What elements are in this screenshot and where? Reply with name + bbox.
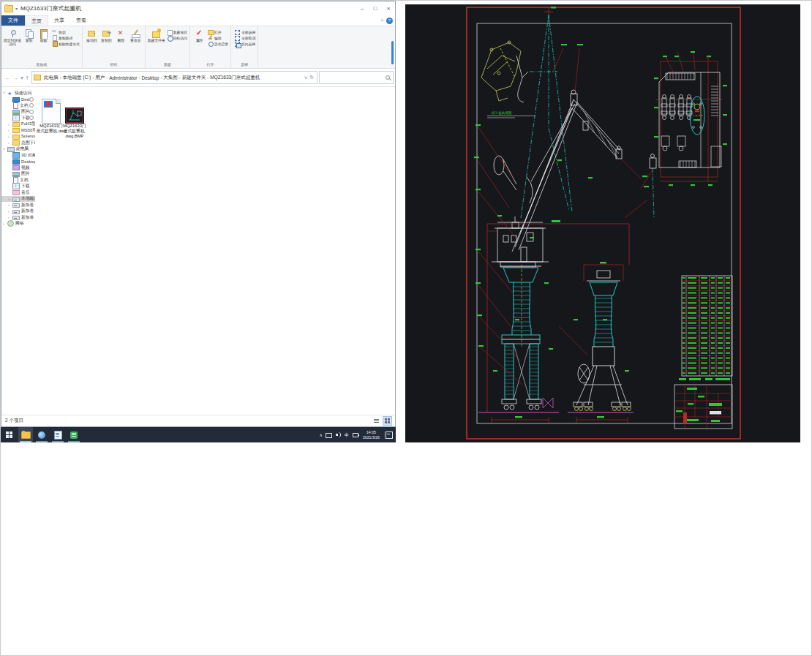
sidebar-section-此电脑[interactable]: ˅此电脑 xyxy=(1,146,35,153)
sidebar-item-Desktop[interactable]: ›Desktop xyxy=(1,159,35,165)
sidebar-item-新加卷 (D:)[interactable]: ›新加卷 (D:) xyxy=(1,202,35,208)
display-tray-icon[interactable] xyxy=(326,433,332,438)
ribbon-button-history[interactable]: 历史记录 xyxy=(208,41,228,46)
taskbar-app-browser[interactable] xyxy=(34,427,49,442)
file-MQZ1633门座式起重机.dwg.BMP[interactable]: MQZ1633门座式起重机.dwg.BMP xyxy=(63,91,86,139)
ribbon-group-label: 剪贴板 xyxy=(4,61,80,68)
drive-icon xyxy=(12,203,20,208)
ribbon-button-edit[interactable]: 编辑 xyxy=(208,35,228,40)
plan-view xyxy=(655,51,723,181)
search-box[interactable] xyxy=(319,71,394,84)
sidebar-item-下载[interactable]: ›下载 xyxy=(1,115,35,121)
action-center-button[interactable] xyxy=(384,431,394,439)
sidebar-section-网络[interactable]: ›网络 xyxy=(1,221,35,227)
drive-icon xyxy=(12,216,20,220)
ribbon-button-copy[interactable]: 复制 xyxy=(22,28,36,47)
ribbon: 固定到快速访问复制粘贴剪切复制路径粘贴快捷方式剪贴板移动到复制到删除重命名组织新… xyxy=(1,26,395,69)
front-view xyxy=(568,262,634,423)
sidebar-item-新加卷 (E:)[interactable]: ›新加卷 (E:) xyxy=(1,208,35,215)
ribbon-collapse-icon[interactable]: ^ xyxy=(381,18,383,23)
ribbon-scroll-indicator[interactable] xyxy=(391,41,394,64)
breadcrumb-segment[interactable]: Administrator xyxy=(108,75,138,80)
recent-dropdown-icon[interactable]: ▾ xyxy=(20,75,23,81)
dimension-leaders xyxy=(477,48,652,385)
ribbon-button-cut[interactable]: 剪切 xyxy=(52,29,80,34)
minimize-button[interactable]: – xyxy=(356,1,369,15)
cut-icon xyxy=(52,29,57,34)
ribbon-button-newfolder[interactable]: 新建文件夹 xyxy=(148,28,165,42)
taskbar-app-doc-app[interactable] xyxy=(50,427,65,442)
breadcrumb[interactable]: 此电脑›本地磁盘 (C:)›用户›Administrator›Desktop›大… xyxy=(31,71,317,84)
breadcrumb-segment[interactable]: MQZ1633门座式起重机 xyxy=(209,75,260,81)
tab-file[interactable]: 文件 xyxy=(1,15,25,26)
sidebar-item-图片[interactable]: ›图片 xyxy=(1,109,35,116)
newitem-icon xyxy=(167,29,172,34)
quick-access-toolbar[interactable]: ▾ xyxy=(15,6,18,11)
sidebar-section-快速访问[interactable]: ˅★快速访问 xyxy=(1,90,35,97)
pics-icon xyxy=(12,172,20,177)
ribbon-button-selinv[interactable]: 反向选择 xyxy=(235,41,255,46)
sidebar-item-总图下载[interactable]: ›总图下载 xyxy=(1,140,35,146)
ribbon-button-pin[interactable]: 固定到快速访问 xyxy=(4,28,21,47)
ribbon-button-open[interactable]: 打开 xyxy=(208,29,228,34)
delete-icon xyxy=(116,29,126,38)
maximize-button[interactable]: □ xyxy=(369,1,382,15)
ribbon-button-path[interactable]: 复制路径 xyxy=(52,35,80,40)
item-count: 2 个项目 xyxy=(1,418,372,424)
ribbon-button-move[interactable]: 移动到 xyxy=(85,28,99,42)
taskbar-clock[interactable]: 14:05 2021/3/26 xyxy=(361,430,381,440)
address-dropdown-icon[interactable]: ˅ xyxy=(304,75,307,80)
sidebar-item-文档[interactable]: ›文档 xyxy=(1,177,35,184)
start-button[interactable] xyxy=(1,427,17,442)
ribbon-button-selnone[interactable]: 全部取消 xyxy=(235,35,255,40)
tab-主页[interactable]: 主页 xyxy=(25,15,48,26)
breadcrumb-segment[interactable]: 本地磁盘 (C:) xyxy=(62,75,92,81)
battery-tray-icon[interactable] xyxy=(353,433,358,437)
hidden-icons-chevron[interactable]: ∧ xyxy=(320,432,323,437)
taskbar-app-notes-app[interactable] xyxy=(67,427,81,442)
ribbon-button-shortcut[interactable]: 粘贴快捷方式 xyxy=(52,41,80,46)
breadcrumb-segment[interactable]: 新建文件夹 xyxy=(181,75,207,81)
up-button[interactable]: ↑ xyxy=(26,75,29,81)
file-MQZ1633门座式起重机.dwg[interactable]: MQZ1633门座式起重机.dwg xyxy=(40,91,63,134)
breadcrumb-segment[interactable]: 大集图 xyxy=(162,75,178,81)
sidebar-item-文档[interactable]: ›文档 xyxy=(1,102,35,109)
sidebar-item-3D 对象[interactable]: ›3D 对象 xyxy=(1,152,35,159)
help-icon[interactable]: ? xyxy=(386,18,393,24)
breadcrumb-segment[interactable]: 用户 xyxy=(94,75,105,81)
sidebar-item-图片[interactable]: ›图片 xyxy=(1,171,35,178)
taskbar-app-file-explorer[interactable] xyxy=(18,427,33,442)
ribbon-button-access[interactable]: 轻松访问 xyxy=(167,35,187,40)
sidebar-item-Desktop[interactable]: ›Desktop xyxy=(1,97,35,103)
sidebar-item-MS50双梁式起重设计[interactable]: ›MS50双梁式起重设计 xyxy=(1,127,35,134)
search-input[interactable] xyxy=(320,75,385,80)
qat-customize-icon[interactable]: ▾ xyxy=(15,6,18,11)
ribbon-button-copyto[interactable]: 复制到 xyxy=(99,28,113,42)
sidebar-item-音乐[interactable]: ›音乐 xyxy=(1,189,35,196)
ime-indicator[interactable]: 中 xyxy=(344,432,350,437)
ribbon-button-newitem[interactable]: 新建项目 xyxy=(167,29,187,34)
sidebar-item-FuH3型轮式起重设计[interactable]: ›FuH3型轮式起重设计 xyxy=(1,121,35,128)
ribbon-button-props[interactable]: 属性 xyxy=(192,28,206,42)
sidebar-item-本地磁盘 (C:)[interactable]: ›本地磁盘 (C:) xyxy=(1,196,35,203)
sidebar-item-新加卷 (F:)[interactable]: ›新加卷 (F:) xyxy=(1,214,35,221)
sidebar-item-下载[interactable]: ›下载 xyxy=(1,184,35,190)
sidebar-item-视频[interactable]: ›视频 xyxy=(1,165,35,171)
volume-tray-icon[interactable] xyxy=(335,432,341,437)
ribbon-button-rename[interactable]: 重命名 xyxy=(129,28,143,42)
ribbon-button-delete[interactable]: 删除 xyxy=(114,28,128,42)
forward-button[interactable]: → xyxy=(12,75,18,81)
close-button[interactable]: × xyxy=(382,1,395,15)
ribbon-button-selall[interactable]: 全部选择 xyxy=(235,29,255,34)
tab-查看[interactable]: 查看 xyxy=(70,15,92,26)
sidebar-item-Solenoid Valve阀[interactable]: ›Solenoid Valve阀 xyxy=(1,134,35,140)
bowtie-marker xyxy=(543,398,553,408)
thumbnail-view-icon[interactable] xyxy=(383,416,392,426)
breadcrumb-segment[interactable]: 此电脑 xyxy=(43,75,59,81)
breadcrumb-segment[interactable]: Desktop xyxy=(140,75,159,80)
details-view-icon[interactable] xyxy=(372,416,381,426)
refresh-icon[interactable]: ↻ xyxy=(309,75,314,80)
back-button[interactable]: ← xyxy=(4,75,10,81)
tab-共享[interactable]: 共享 xyxy=(48,15,70,26)
ribbon-button-paste[interactable]: 粘贴 xyxy=(37,28,50,47)
